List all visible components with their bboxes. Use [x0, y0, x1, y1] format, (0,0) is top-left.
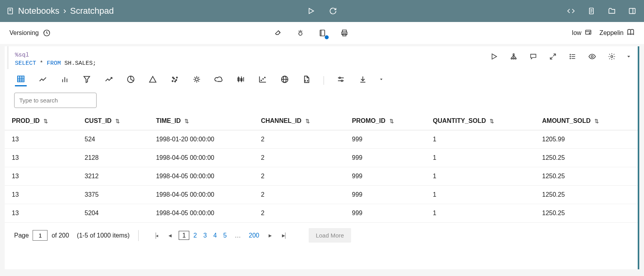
- page-link-current[interactable]: 1: [179, 231, 189, 240]
- document-icon[interactable]: [586, 5, 597, 16]
- sort-icon[interactable]: ⇅: [115, 118, 120, 124]
- run-cell-icon[interactable]: [488, 51, 499, 62]
- table-cell: 999: [345, 130, 426, 149]
- sort-icon[interactable]: ⇅: [595, 118, 599, 124]
- table-row[interactable]: 1333751998-04-05 00:00:00299911250.25: [5, 186, 638, 204]
- table-cell: 2128: [78, 149, 149, 167]
- column-header-amount_sold[interactable]: AMOUNT_SOLD⇅: [535, 112, 638, 130]
- settings-icon[interactable]: [606, 51, 617, 62]
- sort-icon[interactable]: ⇅: [44, 118, 48, 124]
- settings-sliders-icon[interactable]: [335, 75, 347, 86]
- table-cell: 1: [426, 149, 535, 167]
- sort-icon[interactable]: ⇅: [490, 118, 494, 124]
- table-row[interactable]: 135241998-01-20 00:00:00299911205.99: [5, 130, 638, 149]
- table-row[interactable]: 1321281998-04-05 00:00:00299911250.25: [5, 149, 638, 167]
- eraser-icon[interactable]: [273, 27, 284, 38]
- column-header-time_id[interactable]: TIME_ID⇅: [149, 112, 254, 130]
- page-input[interactable]: [33, 230, 48, 241]
- tag-cloud-icon[interactable]: [213, 75, 225, 86]
- sunburst-icon[interactable]: [191, 75, 203, 86]
- map-icon[interactable]: [279, 75, 291, 86]
- header-bar: Notebooks › Scratchpad: [0, 0, 644, 22]
- run-all-icon[interactable]: [306, 5, 317, 16]
- page-link[interactable]: 3: [201, 232, 209, 239]
- svg-point-38: [570, 56, 571, 57]
- load-more-button[interactable]: Load More: [309, 228, 351, 243]
- last-page-icon[interactable]: ▸⎸: [279, 232, 294, 239]
- reload-icon[interactable]: [327, 5, 338, 16]
- notebook-cell: %sql SELECT * FROM SH.SALES;: [5, 46, 639, 269]
- next-page-icon[interactable]: ▸: [265, 232, 275, 239]
- code-view-icon[interactable]: [565, 5, 576, 16]
- page-link[interactable]: 5: [221, 232, 229, 239]
- svg-point-56: [176, 79, 177, 80]
- expand-icon[interactable]: [547, 51, 558, 62]
- svg-line-33: [550, 57, 553, 59]
- table-cell: 1: [426, 204, 535, 223]
- versioning-label: Versioning: [9, 29, 39, 37]
- column-header-cust_id[interactable]: CUST_ID⇅: [78, 112, 149, 130]
- sort-icon[interactable]: ⇅: [306, 118, 310, 124]
- search-input[interactable]: [14, 93, 97, 108]
- first-page-icon[interactable]: ⎹◂: [147, 232, 161, 239]
- interrupt-icon[interactable]: [295, 27, 306, 38]
- table-cell: 1250.25: [535, 204, 638, 223]
- html-view-icon[interactable]: [301, 75, 313, 86]
- comment-icon[interactable]: [528, 51, 539, 62]
- svg-point-84: [339, 77, 340, 79]
- svg-line-32: [553, 54, 556, 56]
- visibility-icon[interactable]: [587, 51, 598, 62]
- column-header-channel_id[interactable]: CHANNEL_ID⇅: [254, 112, 345, 130]
- code-rest: SH.SALES;: [61, 60, 96, 67]
- pyramid-icon[interactable]: [147, 75, 159, 86]
- sort-icon[interactable]: ⇅: [390, 118, 394, 124]
- table-cell: 1250.25: [535, 149, 638, 167]
- svg-point-77: [263, 79, 263, 79]
- table-cell: 2: [254, 186, 345, 204]
- table-view-icon[interactable]: [15, 75, 27, 86]
- list-icon[interactable]: [567, 51, 578, 62]
- prev-page-icon[interactable]: ◂: [165, 232, 175, 239]
- scatter-icon[interactable]: [169, 75, 181, 86]
- line-chart-icon[interactable]: [37, 75, 49, 86]
- interpreter-selector[interactable]: Zeppelin: [600, 28, 635, 38]
- last-page-link[interactable]: 200: [246, 232, 262, 239]
- svg-point-78: [265, 77, 265, 78]
- page-link[interactable]: 2: [191, 232, 199, 239]
- svg-line-67: [194, 81, 195, 82]
- column-header-promo_id[interactable]: PROMO_ID⇅: [345, 112, 426, 130]
- area-chart-icon[interactable]: [103, 75, 115, 86]
- breadcrumb-root[interactable]: Notebooks: [18, 6, 59, 16]
- pie-chart-icon[interactable]: [125, 75, 137, 86]
- column-header-quantity_sold[interactable]: QUANTITY_SOLD⇅: [426, 112, 535, 130]
- svg-point-37: [570, 54, 571, 55]
- table-cell: 1998-04-05 00:00:00: [149, 186, 254, 204]
- more-dropdown-icon[interactable]: [626, 51, 631, 62]
- print-icon[interactable]: [339, 27, 350, 38]
- bubble-chart-icon[interactable]: [257, 75, 269, 86]
- panel-split-icon[interactable]: [627, 5, 638, 16]
- dependencies-icon[interactable]: [508, 51, 519, 62]
- boxplot-icon[interactable]: [235, 75, 247, 86]
- svg-line-66: [198, 81, 199, 82]
- priority-selector[interactable]: low: [572, 29, 592, 37]
- table-row[interactable]: 1352041998-04-05 00:00:00299911250.25: [5, 204, 638, 223]
- code-editor[interactable]: %sql SELECT * FROM SH.SALES;: [15, 51, 96, 68]
- column-header-prod_id[interactable]: PROD_ID⇅: [5, 112, 78, 130]
- svg-point-59: [172, 77, 174, 78]
- versioning-control[interactable]: Versioning: [9, 29, 51, 37]
- download-icon[interactable]: [357, 75, 369, 86]
- sort-icon[interactable]: ⇅: [185, 118, 189, 124]
- page-link[interactable]: 4: [211, 232, 219, 239]
- table-cell: 13: [5, 130, 78, 149]
- table-cell: 13: [5, 149, 78, 167]
- history-icon: [43, 29, 51, 37]
- table-row[interactable]: 1332121998-04-05 00:00:00299911250.25: [5, 167, 638, 186]
- save-session-icon[interactable]: [317, 27, 328, 38]
- folder-icon[interactable]: [606, 5, 617, 16]
- svg-marker-53: [150, 77, 156, 82]
- bar-chart-icon[interactable]: [59, 75, 71, 86]
- breadcrumb-current[interactable]: Scratchpad: [70, 6, 114, 16]
- funnel-icon[interactable]: [81, 75, 93, 86]
- download-dropdown-icon[interactable]: [379, 75, 384, 86]
